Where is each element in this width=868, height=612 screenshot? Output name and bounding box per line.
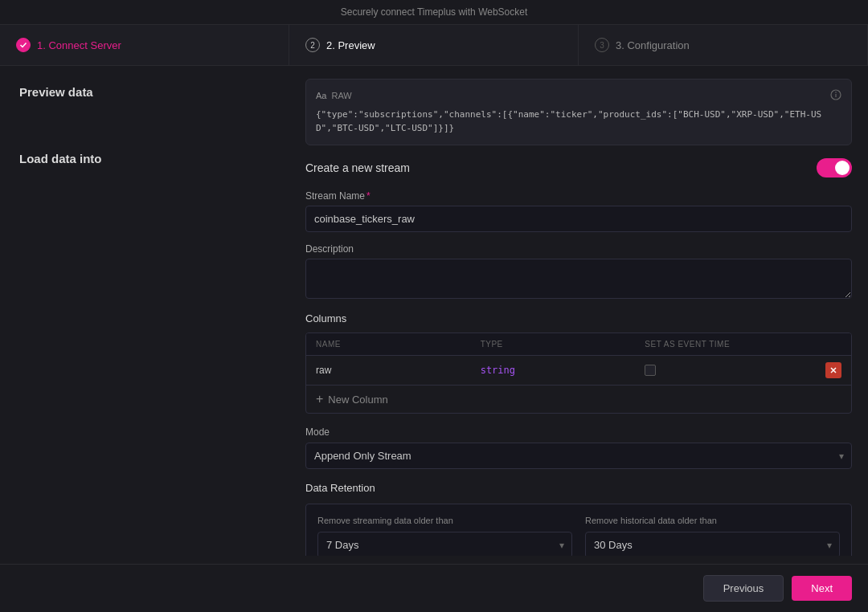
stream-name-input[interactable] [305,206,852,232]
streaming-select[interactable]: 1 Day 3 Days 7 Days 14 Days 30 Days [317,532,572,556]
create-stream-title: Create a new stream [305,161,410,174]
col-type-value: string [481,365,645,376]
data-retention-title: Data Retention [305,482,852,494]
historical-select-wrapper: 7 Days 14 Days 30 Days 60 Days 90 Days ▾ [585,532,840,556]
col-name-value: raw [316,365,481,376]
footer: Previous Next [0,564,868,612]
step-1[interactable]: 1. Connect Server [0,25,289,65]
raw-content: {"type":"subscriptions","channels":[{"na… [316,108,841,135]
svg-point-2 [835,92,837,93]
section-header: Create a new stream [305,158,852,177]
step-2-icon: 2 [305,38,320,52]
stream-name-label: Stream Name* [305,190,852,202]
description-label: Description [305,243,852,255]
mode-label: Mode [305,426,852,438]
col-header-event-time: SET AS EVENT TIME [645,340,809,349]
new-column-label: New Column [328,394,387,406]
streaming-select-wrapper: 1 Day 3 Days 7 Days 14 Days 30 Days ▾ [317,532,572,556]
top-bar: Securely connect Timeplus with WebSocket [0,0,868,25]
step-2[interactable]: 2 2. Preview [289,25,579,65]
new-column-button[interactable]: + New Column [306,386,851,413]
streaming-retention-label: Remove streaming data older than [317,516,572,525]
main-content: Preview data Load data into Aa RAW {"typ… [0,66,868,556]
retention-grid: Remove streaming data older than 1 Day 3… [305,504,852,556]
step-3-icon: 3 [595,38,609,52]
historical-retention-group: Remove historical data older than 7 Days… [585,516,840,556]
col-header-name: NAME [316,340,481,349]
create-stream-toggle[interactable] [817,158,852,177]
info-icon[interactable] [830,89,841,102]
col-event-time-checkbox[interactable] [645,365,656,376]
historical-select[interactable]: 7 Days 14 Days 30 Days 60 Days 90 Days [585,532,840,556]
table-row: raw string [306,356,851,386]
mode-select[interactable]: Append Only Stream Changelog Stream Vers… [305,443,852,469]
page-title: Securely connect Timeplus with WebSocket [341,6,528,18]
wizard-steps: 1. Connect Server 2 2. Preview 3 3. Conf… [0,25,868,66]
step-3[interactable]: 3 3. Configuration [579,25,868,65]
raw-label-text: RAW [331,91,351,100]
description-group: Description [305,243,852,301]
plus-icon: + [316,392,323,406]
columns-title: Columns [305,312,852,324]
historical-retention-label: Remove historical data older than [585,516,840,525]
data-retention-section: Data Retention Remove streaming data old… [305,482,852,556]
right-panel: Aa RAW {"type":"subscriptions","channels… [289,66,868,556]
create-stream-section: Create a new stream Stream Name* Descrip… [305,158,852,556]
left-panel: Preview data Load data into [0,66,289,556]
raw-label-row: Aa RAW [316,89,841,102]
preview-data-heading: Preview data [19,85,270,99]
columns-table: NAME TYPE SET AS EVENT TIME raw string [305,333,852,414]
toggle-slider [817,158,852,177]
raw-aa-icon: Aa [316,91,326,100]
step-2-label: 2. Preview [326,39,375,51]
columns-header: NAME TYPE SET AS EVENT TIME [306,333,851,356]
next-button[interactable]: Next [792,576,852,601]
previous-button[interactable]: Previous [703,575,784,602]
step-3-label: 3. Configuration [616,39,690,51]
col-delete-button[interactable] [825,362,841,378]
col-header-action [809,340,841,349]
streaming-retention-group: Remove streaming data older than 1 Day 3… [317,516,572,556]
col-header-type: TYPE [481,340,645,349]
description-input[interactable] [305,259,852,299]
columns-section: Columns NAME TYPE SET AS EVENT TIME raw … [305,312,852,414]
stream-name-group: Stream Name* [305,190,852,232]
load-data-heading: Load data into [19,152,270,165]
required-mark: * [366,190,371,202]
mode-select-wrapper: Append Only Stream Changelog Stream Vers… [305,443,852,469]
step-1-icon [16,38,31,52]
step-1-label: 1. Connect Server [37,39,121,51]
mode-section: Mode Append Only Stream Changelog Stream… [305,426,852,469]
raw-section: Aa RAW {"type":"subscriptions","channels… [305,79,852,145]
